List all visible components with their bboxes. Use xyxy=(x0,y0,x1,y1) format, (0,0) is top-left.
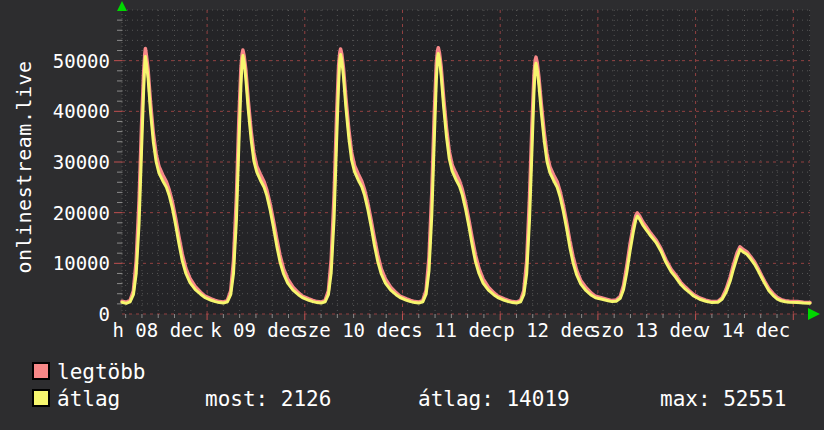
y-axis-label: 30000 xyxy=(10,152,110,172)
legend-row-max: legtöbb xyxy=(0,362,824,384)
stat-most-value: 2126 xyxy=(281,387,332,411)
stat-most: most:2126 xyxy=(205,387,331,411)
y-axis-label: 20000 xyxy=(10,203,110,223)
stat-atlag: átlag:14019 xyxy=(418,387,570,411)
stat-atlag-value: 14019 xyxy=(506,387,569,411)
stat-atlag-label: átlag: xyxy=(418,387,494,411)
y-axis-label: 50000 xyxy=(10,51,110,71)
stat-max: max:52551 xyxy=(660,387,786,411)
rrd-graph: onlinestream.live 0100002000030000400005… xyxy=(0,0,824,430)
stat-max-value: 52551 xyxy=(723,387,786,411)
stat-most-label: most: xyxy=(205,387,268,411)
y-axis-label: 40000 xyxy=(10,101,110,121)
legend-swatch-legtobb xyxy=(33,363,49,379)
y-axis-arrow-icon xyxy=(117,1,127,11)
legend-label-atlag: átlag xyxy=(57,387,120,411)
legend-row-avg: átlag most:2126 átlag:14019 max:52551 xyxy=(0,389,824,411)
x-axis-arrow-icon xyxy=(808,308,820,320)
stat-max-label: max: xyxy=(660,387,711,411)
x-axis-label: v 14 dec xyxy=(674,320,814,340)
y-axis-label: 10000 xyxy=(10,253,110,273)
legend-swatch-atlag xyxy=(33,390,49,406)
legend-label-legtobb: legtöbb xyxy=(57,360,146,384)
